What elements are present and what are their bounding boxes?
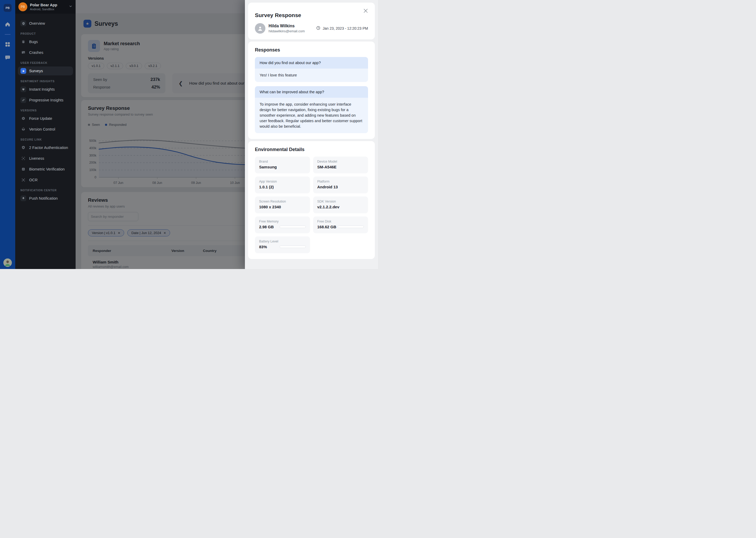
env-label: SDK Version [317, 200, 364, 203]
drawer-title: Survey Response [255, 12, 368, 19]
disk-progress-bar [338, 226, 364, 228]
sidebar-item-label: OCR [29, 178, 37, 182]
env-label: Brand [259, 160, 306, 163]
responses-heading: Responses [255, 47, 368, 53]
env-label: Screen Resolution [259, 200, 306, 203]
sidebar-nav: Overview PRODUCT Bugs Crashes USER FEEDB… [15, 14, 75, 203]
section-label-secure-link: SECURE LINK [21, 138, 73, 141]
sidebar-item-progressive-insights[interactable]: Progressive Insights [18, 96, 73, 105]
link-icon [21, 97, 26, 103]
answer-text: To improve the app, consider enhancing u… [255, 98, 368, 133]
rail-divider [5, 34, 11, 35]
env-cell-free-memory: Free Memory 2.98 GB [255, 216, 310, 233]
env-value: 1.0.1 (2) [259, 185, 306, 189]
app-switcher[interactable]: PB Polar Bear App Android, SandBox [15, 0, 75, 14]
survey-response-drawer: Survey Response Hilda Wilkins hildawilki… [245, 0, 378, 269]
sidebar-item-overview[interactable]: Overview [18, 19, 73, 28]
app-avatar: PB [19, 2, 27, 11]
sidebar-item-surveys[interactable]: ★ Surveys [18, 67, 73, 76]
environmental-details-card: Environmental Details Brand Samsung Devi… [248, 141, 375, 259]
env-cell-free-disk: Free Disk 168.62 GB [313, 216, 368, 233]
sidebar-item-ocr[interactable]: OCR [18, 176, 73, 185]
icon-rail: PB [0, 0, 15, 269]
responder-name: Hilda Wilkins [268, 24, 305, 28]
workspace-logo[interactable]: PB [4, 4, 12, 12]
sidebar-item-bugs[interactable]: Bugs [18, 37, 73, 46]
question-text: How did you find out about our app? [255, 57, 368, 69]
answer-text: Yes! I love this feature [255, 69, 368, 82]
sidebar-item-push-notification[interactable]: Push Notification [18, 194, 73, 203]
apps-nav-button[interactable] [3, 40, 12, 49]
close-button[interactable] [362, 8, 369, 15]
responder-email: hildawilkins@email.com [268, 29, 305, 33]
clock-icon [316, 26, 320, 31]
env-cell-brand: Brand Samsung [255, 157, 310, 173]
sidebar-item-label: Force Update [29, 116, 52, 121]
sidebar-item-label: Version Control [29, 127, 55, 131]
env-value: 168.62 GB [317, 225, 337, 229]
app-name: Polar Bear App [30, 3, 66, 7]
sidebar-item-2fa[interactable]: 2 Factor Authentication [18, 143, 73, 152]
sidebar-item-version-control[interactable]: Version Control [18, 125, 73, 134]
face-scan-icon [21, 155, 26, 161]
surveys-star-icon: ★ [21, 68, 26, 74]
sidebar-item-label: Liveness [29, 156, 44, 161]
sidebar-item-instant-insights[interactable]: Instant Insights [18, 85, 73, 94]
env-cell-battery-level: Battery Level 83% [255, 237, 310, 253]
env-value: 2.98 GB [259, 225, 274, 229]
sidebar-item-crashes[interactable]: Crashes [18, 48, 73, 57]
env-label: Free Disk [317, 220, 364, 223]
responses-card: Responses How did you find out about our… [248, 41, 375, 139]
user-avatar[interactable] [3, 258, 12, 267]
chat-bubble-icon [5, 55, 11, 62]
sidebar-item-label: Crashes [29, 50, 43, 55]
section-label-user-feedback: USER FEEDBACK [21, 61, 73, 64]
crash-window-icon [21, 50, 26, 55]
env-cell-screen-resolution: Screen Resolution 1080 x 2340 [255, 196, 310, 213]
env-label: Free Memory [259, 220, 306, 223]
environmental-details-heading: Environmental Details [255, 147, 368, 152]
sidebar-item-label: Bugs [29, 40, 38, 44]
env-cell-sdk-version: SDK Version v2.1.2.2.dev [313, 196, 368, 213]
cube-icon [21, 126, 26, 132]
sidebar-item-label: Instant Insights [29, 87, 55, 91]
bug-icon [21, 39, 26, 45]
sidebar-item-label: 2 Factor Authentication [29, 145, 68, 150]
sidebar: PB Polar Bear App Android, SandBox Overv… [15, 0, 75, 269]
env-value: 83% [259, 244, 267, 249]
env-label: Battery Level [259, 240, 306, 243]
sidebar-item-biometric[interactable]: Biometric Verification [18, 165, 73, 174]
sidebar-item-liveness[interactable]: Liveness [18, 154, 73, 163]
env-value: SM-A546E [317, 165, 364, 169]
sidebar-item-label: Biometric Verification [29, 167, 65, 171]
env-value: Samsung [259, 165, 306, 169]
sidebar-item-label: Progressive Insights [29, 98, 64, 102]
env-value: v2.1.2.2.dev [317, 205, 364, 209]
chevron-down-icon [69, 4, 72, 9]
app-root: PB PB Polar Bear App Android, SandB [0, 0, 378, 269]
heart-icon [21, 86, 26, 92]
qa-pair: How did you find out about our app? Yes!… [255, 57, 368, 82]
fingerprint-icon [21, 166, 26, 172]
env-label: Device Model [317, 160, 364, 163]
home-nav-button[interactable] [3, 21, 12, 29]
env-cell-app-version: App Version 1.0.1 (2) [255, 177, 310, 193]
chat-nav-button[interactable] [3, 54, 12, 63]
id-scan-icon [21, 177, 26, 183]
response-timestamp: Jan 23, 2023 - 12:20:23 PM [323, 26, 368, 30]
section-label-sentiment-insights: SENTIMENT INSIGHTS [21, 80, 73, 83]
sidebar-item-force-update[interactable]: Force Update [18, 114, 73, 123]
close-icon [363, 8, 368, 15]
sidebar-item-label: Push Notification [29, 196, 58, 200]
home-icon [5, 22, 11, 28]
app-subtitle: Android, SandBox [30, 8, 66, 11]
env-cell-platform: Platform Android 13 [313, 177, 368, 193]
sidebar-item-label: Surveys [29, 69, 43, 73]
drawer-header-card: Survey Response Hilda Wilkins hildawilki… [248, 3, 375, 39]
env-label: Platform [317, 180, 364, 183]
env-value: Android 13 [317, 185, 364, 189]
upload-hexagon-icon [21, 116, 26, 121]
shield-lock-icon [21, 145, 26, 150]
env-cell-device-model: Device Model SM-A546E [313, 157, 368, 173]
env-label: App Version [259, 180, 306, 183]
